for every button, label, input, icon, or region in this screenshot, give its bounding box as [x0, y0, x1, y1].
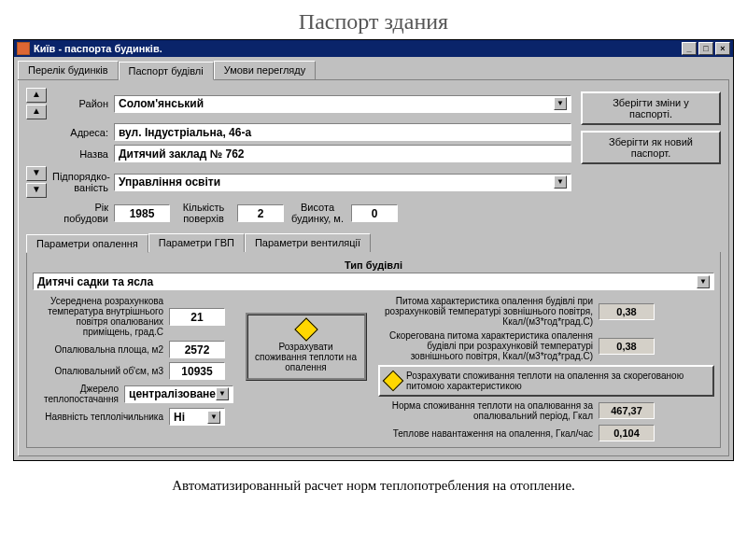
specific-label: Питома характеристика опалення будівлі п… [378, 296, 593, 327]
nav-last-button[interactable]: ▼ [26, 183, 47, 198]
page-title: Паспорт здания [0, 0, 747, 39]
height-label: Висота будинку, м. [289, 202, 345, 224]
tab-building-passport[interactable]: Паспорт будівлі [119, 62, 214, 80]
recalc-btn-label: Розрахувати споживання теплоти на опален… [406, 371, 707, 391]
building-type-label: Тип будівлі [33, 259, 714, 271]
area-input[interactable]: 2572 [169, 341, 225, 358]
subordination-select[interactable]: Управління освіти ▼ [114, 174, 571, 191]
dropdown-icon[interactable]: ▼ [207, 411, 220, 424]
tab-heating-params[interactable]: Параметри опалення [26, 234, 148, 253]
recalculate-button[interactable]: Розрахувати споживання теплоти на опален… [378, 365, 714, 397]
district-label: Район [52, 98, 108, 109]
volume-input[interactable]: 10935 [169, 362, 225, 380]
source-value: централізоване [129, 387, 216, 400]
app-window: Київ - паспорта будинків. _ □ × Перелік … [13, 39, 734, 461]
name-input[interactable]: Дитячий заклад № 762 [114, 145, 571, 162]
dropdown-icon[interactable]: ▼ [554, 97, 567, 110]
main-tabs: Перелік будинків Паспорт будівлі Умови п… [18, 61, 729, 80]
minimize-button[interactable]: _ [682, 42, 697, 55]
nav-prev-button[interactable]: ▲ [26, 105, 47, 119]
close-button[interactable]: × [715, 42, 730, 55]
titlebar: Київ - паспорта будинків. _ □ × [14, 40, 733, 57]
building-type-select[interactable]: Дитячі садки та ясла ▼ [33, 273, 714, 290]
dropdown-icon[interactable]: ▼ [216, 387, 229, 400]
dropdown-icon[interactable]: ▼ [554, 175, 567, 189]
arrow-right-icon [294, 317, 317, 341]
norm-value: 467,37 [599, 402, 655, 419]
meter-value: Ні [174, 411, 185, 424]
window-title: Київ - паспорта будинків. [34, 43, 162, 54]
tab-view-conditions[interactable]: Умови перегляду [214, 61, 317, 79]
app-icon [17, 42, 30, 55]
source-select[interactable]: централізоване▼ [124, 385, 233, 403]
address-input[interactable]: вул. Індустріальна, 46-а [114, 123, 571, 141]
floors-label: Кількість поверхів [176, 202, 232, 224]
meter-select[interactable]: Ні▼ [169, 408, 225, 426]
corrected-label: Скорегована питома характеристика опален… [378, 330, 593, 361]
district-value: Солом'янський [119, 97, 204, 110]
heating-subpanel: Тип будівлі Дитячі садки та ясла ▼ Усере… [26, 252, 721, 448]
tab-building-list[interactable]: Перелік будинків [18, 61, 119, 79]
norm-label: Норма споживання теплоти на опалювання з… [378, 400, 593, 421]
load-label: Теплове навантаження на опалення, Гкал/ч… [378, 428, 593, 439]
corrected-value: 0,38 [599, 338, 655, 355]
height-input[interactable]: 0 [351, 204, 398, 222]
meter-label: Наявність теплолічильника [33, 412, 163, 422]
year-input[interactable]: 1985 [114, 204, 170, 222]
subordination-label: Підпорядко- ваність [52, 171, 108, 193]
dropdown-icon[interactable]: ▼ [697, 275, 710, 288]
passport-panel: ▲ ▲ Район Солом'янський ▼ Адреса: вул. І… [18, 80, 729, 456]
avg-temp-label: Усереднена розрахункова температура внут… [33, 296, 163, 337]
nav-next-button[interactable]: ▼ [26, 166, 47, 181]
calc-btn-label: Розрахувати споживання теплоти на опален… [255, 342, 357, 372]
subordination-value: Управління освіти [119, 175, 220, 189]
district-select[interactable]: Солом'янський ▼ [114, 95, 571, 113]
avg-temp-input[interactable]: 21 [169, 308, 225, 326]
address-label: Адреса: [52, 127, 108, 138]
tab-ventilation-params[interactable]: Параметри вентиляції [245, 233, 371, 252]
area-label: Опалювальна площа, м2 [33, 344, 163, 355]
year-label: Рік побудови [52, 202, 108, 224]
tab-hotwater-params[interactable]: Параметри ГВП [148, 233, 245, 252]
calculate-button[interactable]: Розрахувати споживання теплоти на опален… [246, 313, 367, 381]
source-label: Джерело теплопостачання [33, 384, 119, 404]
load-value: 0,104 [599, 425, 655, 441]
param-tabs: Параметри опалення Параметри ГВП Парамет… [26, 233, 721, 252]
name-label: Назва [52, 148, 108, 160]
maximize-button[interactable]: □ [698, 42, 713, 55]
specific-value: 0,38 [599, 303, 655, 320]
save-as-button[interactable]: Зберігти як новий паспорт. [581, 131, 721, 164]
building-type-value: Дитячі садки та ясла [37, 275, 153, 288]
volume-label: Опалювальний об'єм, м3 [33, 366, 163, 376]
arrow-down-icon [383, 371, 404, 392]
floors-input[interactable]: 2 [237, 204, 284, 222]
nav-first-button[interactable]: ▲ [26, 88, 47, 103]
save-button[interactable]: Зберігти зміни у паспорті. [581, 91, 721, 125]
footer-caption: Автоматизированный расчет норм теплопотр… [0, 478, 747, 494]
